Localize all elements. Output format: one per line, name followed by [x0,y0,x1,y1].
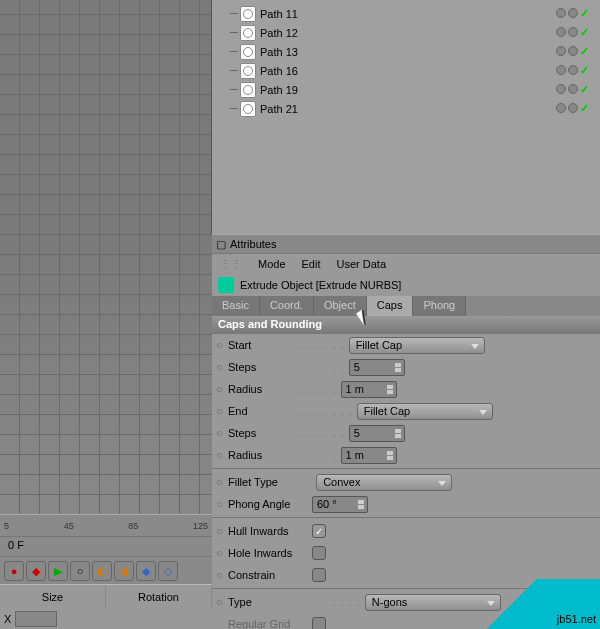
visibility-dots[interactable]: ✓ [556,84,592,96]
steps1-spinner[interactable]: 5 [349,359,405,376]
attributes-title: Attributes [230,238,276,250]
tree-label: Path 11 [260,8,298,20]
start-dropdown[interactable]: Fillet Cap [349,337,485,354]
tab-phong[interactable]: Phong [413,296,466,316]
path-icon [240,82,256,98]
autokey-button[interactable]: ▶ [48,561,68,581]
tree-item[interactable]: Path 21✓ [212,99,600,118]
collapse-icon[interactable]: ▢ [216,238,226,251]
status-bar: 0 F [0,536,212,556]
tree-label: Path 16 [260,65,298,77]
path-icon [240,44,256,60]
grid-checkbox[interactable] [312,617,326,629]
attributes-panel: ▢ Attributes ⋮⋮ Mode Edit User Data Extr… [212,234,600,629]
key-scale-button[interactable]: ◑ [114,561,134,581]
size-x-input[interactable] [15,611,57,627]
phong-spinner[interactable]: 60 ° [312,496,368,513]
attributes-menubar: ⋮⋮ Mode Edit User Data [212,254,600,274]
axis-x-label: X [4,613,11,625]
prop-steps2: ○Steps. . . . . .5 [212,422,600,444]
radius1-spinner[interactable]: 1 m [341,381,397,398]
tree-label: Path 12 [260,27,298,39]
object-hierarchy-panel[interactable]: Path 11✓ Path 12✓ Path 13✓ Path 16✓ Path… [212,0,600,234]
tick: 125 [193,521,208,531]
path-icon [240,25,256,41]
hole-checkbox[interactable] [312,546,326,560]
prop-radius1: ○Radius. . . . .1 m [212,378,600,400]
coord-headers: Size Rotation [0,584,212,608]
menu-userdata[interactable]: User Data [337,258,387,270]
section-caps-rounding: Caps and Rounding [212,316,600,334]
visibility-dots[interactable]: ✓ [556,65,592,77]
prop-steps1: ○Steps. . . . . .5 [212,356,600,378]
coord-row-x: X [0,608,212,629]
hull-checkbox[interactable] [312,524,326,538]
watermark: jb51.net [460,579,600,629]
fillet-dropdown[interactable]: Convex [316,474,452,491]
key-rot-button[interactable]: ◐ [92,561,112,581]
frame-display: 0 F [8,539,24,554]
size-header: Size [0,585,106,608]
viewport-lower: 5 45 85 125 0 F ● ◆ ▶ ○ ◐ ◑ ◆ ◇ Size Rot… [0,234,212,629]
tick: 45 [64,521,74,531]
record-button[interactable]: ● [4,561,24,581]
radius2-spinner[interactable]: 1 m [341,447,397,464]
path-icon [240,6,256,22]
tick: 85 [128,521,138,531]
rotation-header: Rotation [106,585,212,608]
visibility-dots[interactable]: ✓ [556,103,592,115]
steps2-spinner[interactable]: 5 [349,425,405,442]
grid-floor [0,0,211,234]
tree-label: Path 21 [260,103,298,115]
object-name: Extrude Object [Extrude NURBS] [240,279,401,291]
key-button[interactable]: ◆ [26,561,46,581]
viewport-content [0,0,211,234]
tab-basic[interactable]: Basic [212,296,260,316]
timeline-ruler[interactable]: 5 45 85 125 [0,514,212,536]
prop-hull-inwards: ○Hull Inwards [212,520,600,542]
end-dropdown[interactable]: Fillet Cap [357,403,493,420]
attribute-tabs: Basic Coord. Object Caps Phong [212,296,600,316]
key-pla-button[interactable]: ◇ [158,561,178,581]
viewport-3d[interactable] [0,0,212,234]
extrude-icon [218,277,234,293]
tree-label: Path 19 [260,84,298,96]
tree-label: Path 13 [260,46,298,58]
prop-fillet-type: ○Fillet Type. .Convex [212,471,600,493]
tree-item[interactable]: Path 19✓ [212,80,600,99]
prop-end: ○End. . . . . . .Fillet Cap [212,400,600,422]
prop-radius2: ○Radius. . . . .1 m [212,444,600,466]
tree-item[interactable]: Path 16✓ [212,61,600,80]
mouse-cursor-icon [359,309,375,329]
path-icon [240,63,256,79]
visibility-dots[interactable]: ✓ [556,46,592,58]
tree-item[interactable]: Path 11✓ [212,4,600,23]
tree-item[interactable]: Path 13✓ [212,42,600,61]
key-param-button[interactable]: ◆ [136,561,156,581]
prop-start: ○Start. . . . . .Fillet Cap [212,334,600,356]
key-pos-button[interactable]: ○ [70,561,90,581]
object-name-row: Extrude Object [Extrude NURBS] [212,274,600,296]
tree-item[interactable]: Path 12✓ [212,23,600,42]
playback-toolbar: ● ◆ ▶ ○ ◐ ◑ ◆ ◇ [0,556,212,584]
visibility-dots[interactable]: ✓ [556,27,592,39]
viewport-lower-content[interactable] [0,234,212,514]
menu-mode[interactable]: Mode [258,258,286,270]
attributes-header: ▢ Attributes [212,234,600,254]
menu-edit[interactable]: Edit [302,258,321,270]
grip-icon: ⋮⋮ [220,258,242,271]
constrain-checkbox[interactable] [312,568,326,582]
prop-hole-inwards: ○Hole Inwards [212,542,600,564]
tab-coord[interactable]: Coord. [260,296,314,316]
tick: 5 [4,521,9,531]
path-icon [240,101,256,117]
visibility-dots[interactable]: ✓ [556,8,592,20]
prop-phong-angle: ○Phong Angle60 ° [212,493,600,515]
